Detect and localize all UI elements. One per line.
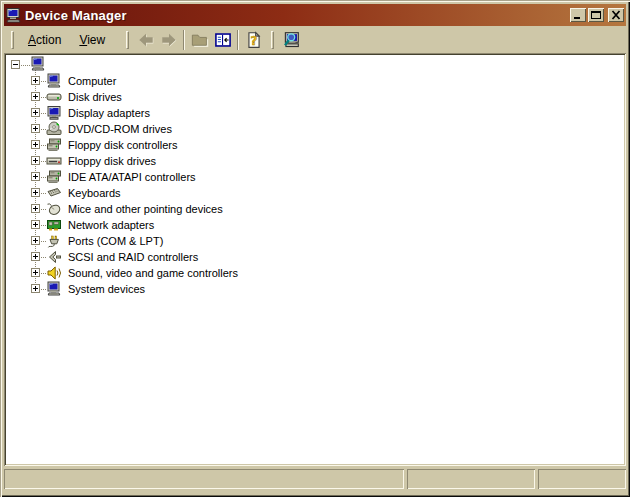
- statusbar-panel: [407, 469, 535, 489]
- menu-toolbar-band: Action View ?: [4, 27, 626, 53]
- close-icon: [610, 10, 622, 20]
- rebar-grip[interactable]: [126, 31, 129, 49]
- device-manager-icon: [6, 7, 22, 23]
- svg-text:?: ?: [250, 34, 257, 48]
- tree-item[interactable]: Network adapters: [6, 217, 624, 233]
- toolbar-separator: [237, 30, 239, 50]
- window-title: Device Manager: [25, 8, 570, 23]
- title-bar[interactable]: Device Manager: [4, 4, 626, 26]
- statusbar-panel: [538, 469, 626, 489]
- cdrom-icon: [46, 121, 62, 137]
- tree-item[interactable]: Sound, video and game controllers: [6, 265, 624, 281]
- computer-icon: [46, 73, 62, 89]
- rebar-grip[interactable]: [271, 31, 274, 49]
- tree-item-label: Mice and other pointing devices: [66, 202, 225, 216]
- expand-toggle[interactable]: [31, 268, 40, 277]
- tree-item[interactable]: System devices: [6, 281, 624, 297]
- status-bar: [4, 469, 626, 489]
- device-manager-window: Device Manager Action View ? Comput: [0, 0, 630, 497]
- expand-toggle[interactable]: [31, 140, 40, 149]
- tree-item-label: Network adapters: [66, 218, 156, 232]
- tree-item-label: System devices: [66, 282, 147, 296]
- tree-item-label: Disk drives: [66, 90, 124, 104]
- expand-toggle[interactable]: [31, 108, 40, 117]
- floppy-drive-icon: [46, 153, 62, 169]
- tree-item[interactable]: Floppy disk drives: [6, 153, 624, 169]
- maximize-icon: [590, 10, 602, 20]
- tree-item[interactable]: Ports (COM & LPT): [6, 233, 624, 249]
- tree-item[interactable]: DVD/CD-ROM drives: [6, 121, 624, 137]
- scsi-icon: [46, 249, 62, 265]
- menu-view[interactable]: View: [70, 31, 114, 49]
- computer-scan-icon[interactable]: [279, 29, 302, 51]
- folder-icon[interactable]: [188, 29, 211, 51]
- help-icon[interactable]: ?: [242, 29, 265, 51]
- tree-item-label: Computer: [66, 74, 118, 88]
- tree-item-label: Floppy disk controllers: [66, 138, 179, 152]
- tree-item-label: Display adapters: [66, 106, 152, 120]
- device-tree-pane[interactable]: ComputerDisk drivesDisplay adaptersDVD/C…: [4, 53, 626, 466]
- window-controls: [570, 8, 624, 22]
- keyboard-icon: [46, 185, 62, 201]
- sound-icon: [46, 265, 62, 281]
- minimize-button[interactable]: [570, 8, 586, 22]
- tree-connector: [19, 65, 30, 66]
- minimize-icon: [572, 10, 584, 20]
- forward-arrow-icon[interactable]: [157, 29, 180, 51]
- console-tree-icon[interactable]: [211, 29, 234, 51]
- display-adapter-icon: [46, 105, 62, 121]
- expand-toggle[interactable]: [31, 188, 40, 197]
- tree-item-label: Ports (COM & LPT): [66, 234, 165, 248]
- expand-toggle[interactable]: [31, 156, 40, 165]
- collapse-toggle[interactable]: [11, 60, 20, 69]
- toolbar-separator: [183, 30, 185, 50]
- tree-item-label: Keyboards: [66, 186, 123, 200]
- device-tree: ComputerDisk drivesDisplay adaptersDVD/C…: [6, 56, 624, 464]
- expand-toggle[interactable]: [31, 220, 40, 229]
- tree-children: ComputerDisk drivesDisplay adaptersDVD/C…: [6, 73, 624, 297]
- expand-toggle[interactable]: [31, 92, 40, 101]
- tree-root-item[interactable]: [6, 56, 624, 73]
- maximize-button[interactable]: [588, 8, 604, 22]
- computer-icon: [46, 281, 62, 297]
- tree-item[interactable]: Floppy disk controllers: [6, 137, 624, 153]
- tree-item-label: SCSI and RAID controllers: [66, 250, 200, 264]
- menu-action[interactable]: Action: [19, 31, 70, 49]
- rebar-grip[interactable]: [11, 31, 14, 49]
- tree-item[interactable]: Display adapters: [6, 105, 624, 121]
- tree-item[interactable]: SCSI and RAID controllers: [6, 249, 624, 265]
- expand-toggle[interactable]: [31, 236, 40, 245]
- statusbar-panel: [4, 469, 404, 489]
- expand-toggle[interactable]: [31, 76, 40, 85]
- tree-item[interactable]: Mice and other pointing devices: [6, 201, 624, 217]
- expand-toggle[interactable]: [31, 124, 40, 133]
- expand-toggle[interactable]: [31, 204, 40, 213]
- close-button[interactable]: [608, 8, 624, 22]
- tree-item[interactable]: Disk drives: [6, 89, 624, 105]
- disk-drive-icon: [46, 89, 62, 105]
- tree-item[interactable]: Computer: [6, 73, 624, 89]
- tree-item-label: IDE ATA/ATAPI controllers: [66, 170, 198, 184]
- computer-icon: [30, 56, 46, 72]
- controller-icon: [46, 137, 62, 153]
- expand-toggle[interactable]: [31, 284, 40, 293]
- tree-item-label: Floppy disk drives: [66, 154, 158, 168]
- expand-toggle[interactable]: [31, 172, 40, 181]
- mouse-icon: [46, 201, 62, 217]
- network-adapter-icon: [46, 217, 62, 233]
- tree-item[interactable]: Keyboards: [6, 185, 624, 201]
- port-icon: [46, 233, 62, 249]
- tree-item[interactable]: IDE ATA/ATAPI controllers: [6, 169, 624, 185]
- tree-item-label: Sound, video and game controllers: [66, 266, 240, 280]
- tree-item-label: DVD/CD-ROM drives: [66, 122, 174, 136]
- back-arrow-icon[interactable]: [134, 29, 157, 51]
- expand-toggle[interactable]: [31, 252, 40, 261]
- controller-icon: [46, 169, 62, 185]
